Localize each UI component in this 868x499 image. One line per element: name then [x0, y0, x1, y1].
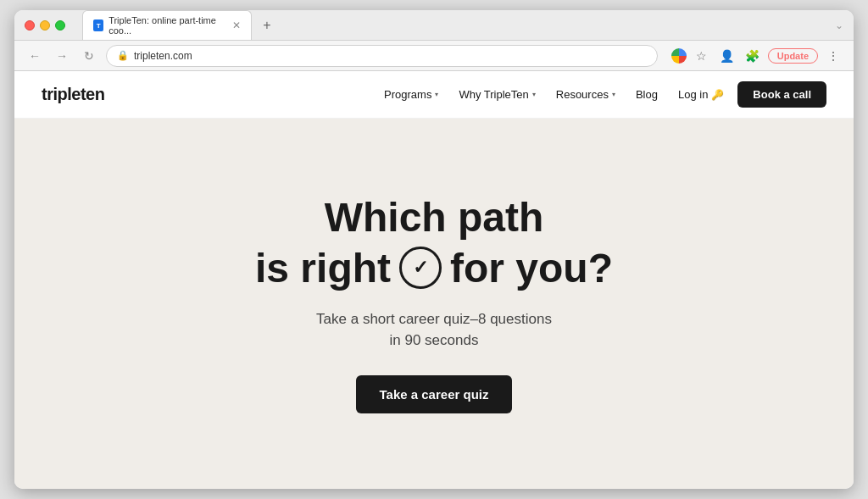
title-line-1: Which path — [325, 194, 544, 241]
profile-icon[interactable]: 👤 — [717, 46, 737, 66]
key-icon: 🔑 — [711, 89, 724, 101]
checkmark-icon: ✓ — [399, 247, 442, 289]
window-controls: ⌄ — [835, 19, 843, 31]
nav-blog[interactable]: Blog — [636, 88, 658, 101]
nav-programs[interactable]: Programs ▾ — [384, 88, 438, 101]
chevron-down-icon: ▾ — [532, 91, 536, 98]
back-button[interactable]: ← — [25, 46, 45, 66]
chevron-down-icon: ▾ — [612, 91, 615, 98]
tab-close-icon[interactable]: ✕ — [232, 19, 241, 31]
site-logo: tripleten — [42, 85, 104, 104]
close-button[interactable] — [25, 20, 35, 30]
login-button[interactable]: Log in 🔑 — [678, 88, 724, 101]
bookmark-icon[interactable]: ☆ — [692, 46, 712, 66]
browser-window: T TripleTen: online part-time coo... ✕ +… — [14, 10, 854, 489]
title-line-2: is right ✓ for you? — [255, 245, 613, 291]
nav-why-tripleten[interactable]: Why TripleTen ▾ — [459, 88, 535, 101]
fullscreen-button[interactable] — [55, 20, 65, 30]
tab-area: T TripleTen: online part-time coo... ✕ + — [82, 10, 828, 40]
address-bar[interactable]: 🔒 tripleten.com — [106, 45, 658, 67]
hero-section: Which path is right ✓ for you? Take a sh… — [14, 119, 854, 489]
tab-title: TripleTen: online part-time coo... — [108, 15, 224, 36]
forward-button[interactable]: → — [52, 46, 72, 66]
google-icon[interactable] — [671, 48, 687, 64]
tab-favicon: T — [93, 19, 103, 31]
book-call-button[interactable]: Book a call — [737, 81, 826, 108]
chevron-down-icon: ▾ — [435, 91, 438, 98]
traffic-lights — [25, 20, 65, 30]
url-text: tripleten.com — [134, 50, 192, 62]
new-tab-button[interactable]: + — [257, 15, 277, 36]
hero-title: Which path is right ✓ for you? — [255, 194, 613, 291]
site-nav: tripleten Programs ▾ Why TripleTen ▾ Res… — [14, 71, 854, 119]
nav-resources[interactable]: Resources ▾ — [556, 88, 615, 101]
minimize-button[interactable] — [40, 20, 50, 30]
site-nav-actions: Log in 🔑 Book a call — [678, 81, 826, 108]
take-quiz-button[interactable]: Take a career quiz — [356, 375, 513, 413]
update-button[interactable]: Update — [768, 48, 818, 64]
hero-subtitle: Take a short career quiz–8 questions in … — [316, 308, 552, 352]
lock-icon: 🔒 — [117, 50, 129, 61]
menu-icon[interactable]: ⋮ — [823, 46, 843, 66]
site-nav-links: Programs ▾ Why TripleTen ▾ Resources ▾ B… — [384, 88, 658, 101]
browser-actions: ☆ 👤 🧩 Update ⋮ — [671, 46, 843, 66]
extension-icon[interactable]: 🧩 — [743, 46, 763, 66]
refresh-button[interactable]: ↻ — [79, 46, 99, 66]
nav-bar: ← → ↻ 🔒 tripleten.com ☆ 👤 🧩 Update ⋮ — [14, 41, 854, 71]
page-content: tripleten Programs ▾ Why TripleTen ▾ Res… — [14, 71, 854, 489]
title-bar: T TripleTen: online part-time coo... ✕ +… — [14, 10, 854, 41]
browser-tab[interactable]: T TripleTen: online part-time coo... ✕ — [82, 10, 252, 40]
